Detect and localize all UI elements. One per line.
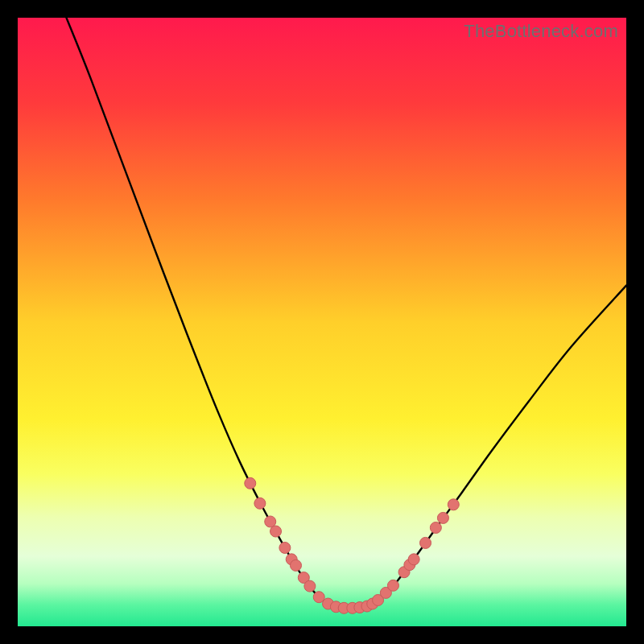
data-marker xyxy=(430,522,441,534)
plot-area: TheBottleneck.com xyxy=(18,18,626,626)
data-marker xyxy=(290,559,301,571)
watermark-text: TheBottleneck.com xyxy=(464,21,618,42)
data-marker xyxy=(245,477,256,489)
data-marker xyxy=(304,580,316,592)
data-marker xyxy=(437,512,448,523)
data-marker xyxy=(408,554,419,565)
data-marker xyxy=(270,526,282,537)
data-marker xyxy=(387,580,398,591)
gradient-background xyxy=(18,18,626,626)
data-marker xyxy=(254,497,266,509)
data-marker xyxy=(420,537,431,548)
data-marker xyxy=(448,499,459,510)
data-marker xyxy=(279,542,291,553)
chart-svg xyxy=(18,18,626,626)
chart-frame: TheBottleneck.com xyxy=(0,0,644,644)
